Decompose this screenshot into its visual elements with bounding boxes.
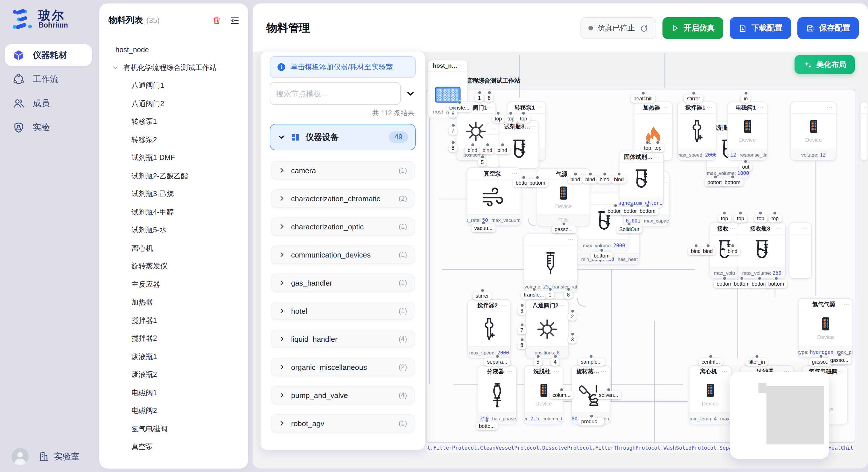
port-dot[interactable] [509, 111, 513, 115]
canvas-node[interactable]: ⋯ [860, 102, 868, 161]
port-pill-gasso...[interactable]: gasso... [827, 356, 851, 364]
canvas-node-搅拌器1[interactable]: 搅拌器1⋯max_speed: 2000 [677, 102, 716, 161]
port-dot[interactable] [451, 123, 455, 127]
port-dot[interactable] [522, 175, 526, 179]
port-pill-3[interactable]: 3 [568, 336, 577, 343]
port-dot[interactable] [691, 91, 695, 95]
port-dot[interactable] [495, 355, 499, 359]
port-dot[interactable] [774, 276, 778, 280]
download-config-button[interactable]: 下载配置 [730, 17, 791, 39]
port-pill-8[interactable]: 8 [564, 291, 572, 299]
port-dot[interactable] [694, 244, 698, 248]
port-pill-6[interactable]: 6 [518, 307, 526, 315]
more-icon[interactable]: ⋯ [864, 102, 868, 113]
port-dot[interactable] [731, 175, 735, 179]
category-characterization_chromatic[interactable]: characterization_chromatic(2) [271, 189, 414, 208]
port-dot[interactable] [536, 355, 540, 359]
port-dot[interactable] [731, 244, 735, 248]
port-dot[interactable] [562, 222, 566, 226]
tree-item[interactable]: 废液瓶1 [99, 348, 248, 366]
port-dot[interactable] [485, 419, 489, 423]
sidebar-item-experiment[interactable]: 实验 [5, 116, 92, 138]
port-dot[interactable] [496, 111, 500, 115]
port-pill-top[interactable]: top [492, 115, 505, 123]
more-icon[interactable]: ⋯ [802, 223, 808, 235]
tree-item[interactable]: 废液瓶2 [99, 366, 248, 384]
port-dot[interactable] [548, 287, 552, 291]
port-pill-botto...[interactable]: botto... [476, 422, 497, 430]
chevron-down-icon[interactable] [112, 65, 123, 71]
sidebar-item-members[interactable]: 成员 [5, 92, 92, 114]
tree-item[interactable]: 八通阀门2 [99, 95, 248, 113]
port-pill-bind[interactable]: bind [611, 175, 627, 183]
port-dot[interactable] [500, 143, 504, 147]
port-pill-6[interactable]: 6 [448, 109, 457, 117]
port-pill-bind[interactable]: bind [700, 247, 716, 255]
tree-item[interactable]: 真空泵 [99, 438, 248, 456]
port-pill-bottom[interactable]: bottom [722, 178, 743, 187]
port-dot[interactable] [613, 204, 617, 208]
port-pill-bottom[interactable]: bottom [637, 207, 658, 215]
tree-item[interactable]: 主反应器 [99, 276, 248, 294]
port-pill-bind[interactable]: bind [495, 146, 510, 154]
port-pill-top[interactable]: top [651, 144, 664, 152]
more-icon[interactable]: ⋯ [843, 299, 849, 310]
port-dot[interactable] [457, 100, 461, 104]
port-dot[interactable] [607, 388, 611, 392]
port-dot[interactable] [744, 91, 748, 95]
port-pill-gasso...[interactable]: gasso... [552, 225, 576, 233]
more-icon[interactable]: ⋯ [529, 121, 536, 133]
tree-item[interactable]: 试剂瓶4-甲醇 [99, 203, 248, 222]
canvas-node[interactable]: ⋯max_volume: 25transfer_rate: 10 [524, 233, 578, 293]
category-gas_handler[interactable]: gas_handler(1) [271, 274, 414, 292]
port-pill-7[interactable]: 7 [518, 326, 526, 334]
category-liquid_handler[interactable]: liquid_handler(4) [271, 330, 414, 348]
more-icon[interactable]: ⋯ [458, 60, 464, 72]
port-dot[interactable] [755, 355, 758, 359]
port-pill-bind[interactable]: bind [479, 146, 495, 154]
category-robot_agv[interactable]: robot_agv(1) [271, 414, 414, 432]
more-icon[interactable]: ⋯ [600, 366, 607, 377]
canvas-node[interactable]: ⋯ [789, 223, 812, 279]
port-dot[interactable] [722, 211, 726, 215]
port-dot[interactable] [570, 309, 575, 313]
port-dot[interactable] [758, 211, 763, 215]
port-dot[interactable] [739, 211, 743, 215]
more-icon[interactable]: ⋯ [568, 234, 574, 245]
tree-item[interactable]: 有机化学流程综合测试工作站 [99, 59, 248, 77]
port-pill-solven...[interactable]: solven... [596, 391, 621, 399]
port-dot[interactable] [559, 388, 563, 392]
port-pill-5[interactable]: 5 [534, 358, 542, 366]
tree-item[interactable]: host_node [99, 41, 248, 59]
save-config-button[interactable]: 保存配置 [797, 17, 859, 39]
port-dot[interactable] [629, 204, 633, 208]
port-dot[interactable] [656, 140, 660, 144]
port-pill-sample...[interactable]: sample... [578, 358, 604, 366]
port-pill-top[interactable]: top [734, 214, 747, 223]
port-pill-bind[interactable]: bind [465, 146, 480, 154]
category-instruments[interactable]: 仪器设备 49 [270, 124, 415, 150]
tree-item[interactable]: 八通阀门1 [99, 77, 248, 95]
port-pill-1[interactable]: 1 [546, 291, 554, 299]
port-pill-bottom[interactable]: bottom [526, 179, 548, 187]
port-dot[interactable] [451, 140, 455, 144]
tree-item[interactable]: 转移泵1 [99, 113, 248, 131]
canvas-node-搅拌器2[interactable]: 搅拌器2⋯max_speed: 2000 [467, 299, 511, 359]
minimap[interactable] [730, 372, 829, 459]
port-dot[interactable] [837, 353, 841, 357]
port-dot[interactable] [600, 248, 603, 252]
port-pill-top[interactable]: top [517, 115, 530, 123]
more-icon[interactable]: ⋯ [758, 102, 764, 113]
search-input[interactable] [270, 82, 401, 105]
port-dot[interactable] [819, 355, 823, 359]
canvas-node-分液器[interactable]: 分液器⋯volume: 250has_phases: true [477, 365, 517, 425]
port-pill-bottom[interactable]: bottom [765, 280, 787, 288]
port-dot[interactable] [451, 106, 455, 110]
tree-item[interactable]: 转移泵2 [99, 131, 248, 149]
port-pill-bottom[interactable]: bottom [591, 252, 612, 260]
port-pill-centrif...[interactable]: centrif... [699, 358, 723, 366]
beautify-layout-button[interactable]: 美化布局 [795, 55, 855, 74]
port-pill-top[interactable]: top [768, 214, 781, 223]
sidebar-item-cube[interactable]: 仪器耗材 [5, 44, 92, 66]
delete-all-icon[interactable] [212, 15, 222, 25]
